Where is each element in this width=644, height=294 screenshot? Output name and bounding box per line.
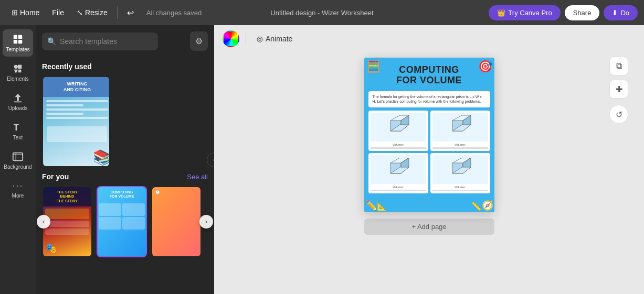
worksheet-design[interactable]: 🧮 🎯 COMPUTING FOR VOLUME The formula for… [364,58,494,212]
svg-rect-5 [18,65,22,69]
ws-cell-1: Volume: [368,111,428,151]
sidebar-elements-label: Elements [7,76,29,82]
share-label: Share [573,9,592,17]
for-you-carousel: ‹ THE STORY BEHIND THE STORY 🎭 [42,186,208,257]
ws-book-deco: 📐 [377,201,387,211]
svg-text:T: T [14,123,19,132]
animate-icon: ◎ [257,35,263,43]
ws-cell-1-label: Volume: [371,143,426,146]
svg-line-26 [390,158,400,163]
animate-button[interactable]: ◎ Animate [252,32,297,46]
svg-line-20 [452,115,462,121]
text-icon: T [12,122,24,133]
sidebar-background-label: Background [4,164,31,170]
computing-thumb-grid [98,202,146,231]
nav-right-actions: 👑 Try Canva Pro Share ⬇ Do [489,5,638,20]
undo-button[interactable]: ↩ [122,5,139,21]
templates-icon [12,34,24,45]
resize-button[interactable]: ⤡ Resize [71,5,113,20]
cube-diagram-1 [385,115,411,139]
doc-title: Untitled design - Wizer Worksheet [270,9,373,17]
ws-footer: ✏️ 📐 📏 🧭 [364,198,494,212]
icon-sidebar: Templates Elements Uploads T Text Backgr… [0,25,36,294]
download-icon: ⬇ [612,9,618,17]
carousel-prev-button[interactable]: ‹ [37,215,50,228]
add-page-button[interactable]: + Add page [364,219,494,235]
ws-problem-grid: Volume: [364,107,494,198]
computing-thumb-title: COMPUTING FOR VOLUME [108,187,136,202]
cube-diagram-3 [385,158,411,181]
recently-used-title: Recently used [42,62,208,71]
sidebar-item-uploads[interactable]: Uploads [3,88,33,115]
download-button[interactable]: ⬇ Do [604,5,638,20]
try-pro-button[interactable]: 👑 Try Canva Pro [489,5,560,20]
carousel-next-button[interactable]: › [199,215,213,228]
autosave-status: All changes saved [141,6,207,20]
elements-icon [12,63,24,74]
cube-diagram-2 [447,115,473,139]
for-you-title: For you [42,172,69,181]
recently-used-thumb[interactable]: WRITING AND CITING 📚 [42,76,110,167]
duplicate-button[interactable]: ⧉ [609,57,628,75]
see-all-button[interactable]: See all [187,173,208,181]
for-you-header: For you See all [42,172,208,181]
filter-button[interactable]: ⚙ [190,31,208,51]
crown-icon: 👑 [497,9,505,17]
story-deco: 🎭 [45,243,57,254]
ws-cell-4-label: Volume: [432,186,488,189]
resize-label: Resize [85,8,108,17]
resize-icon: ⤡ [77,8,83,17]
writing-title-bar: WRITING AND CITING [43,77,110,97]
animate-label: Animate [266,35,292,43]
svg-rect-8 [14,101,22,102]
svg-point-4 [14,65,18,69]
computing-template-thumb[interactable]: COMPUTING FOR VOLUME [97,186,147,257]
add-page-icon-button[interactable]: ✚ [609,80,628,99]
sidebar-item-templates[interactable]: Templates [3,29,33,57]
share-button[interactable]: Share [565,5,600,20]
sidebar-templates-label: Templates [6,47,30,52]
svg-rect-7 [18,70,21,73]
canvas-toolbar: ◎ Animate [214,25,644,52]
add-page-icon: ✚ [616,84,622,94]
sidebar-text-label: Text [13,135,23,140]
svg-marker-6 [14,70,18,73]
home-button[interactable]: ⊞ Home [6,5,45,20]
feedback-button[interactable]: ↺ [609,105,628,124]
writing-template-thumb: WRITING AND CITING 📚 [43,77,110,166]
computing-thumb-bg: COMPUTING FOR VOLUME [98,187,146,256]
file-button[interactable]: File [47,5,69,20]
sidebar-more-label: More [12,193,24,199]
ws-header: 🧮 🎯 COMPUTING FOR VOLUME [364,58,494,91]
story-thumb-title: THE STORY BEHIND THE STORY [43,187,91,206]
ws-cell-3-label: Volume: [371,186,426,189]
svg-line-14 [390,115,400,121]
panel-content: Recently used WRITING AND CITING [36,55,214,294]
svg-rect-2 [14,40,17,43]
feedback-icon: ↺ [616,110,622,119]
sidebar-uploads-label: Uploads [8,105,28,111]
svg-line-32 [452,158,462,163]
ws-ruler-deco: 📏 [471,201,482,211]
sidebar-item-more[interactable]: ··· More [3,176,33,203]
partial-template-thumb[interactable]: 🕐 [151,186,202,257]
try-pro-label: Try Canva Pro [508,9,552,17]
search-input[interactable] [42,32,158,50]
download-label: Do [620,9,629,17]
color-picker-button[interactable] [223,30,239,47]
duplicate-icon: ⧉ [616,61,622,71]
sidebar-item-text[interactable]: T Text [3,117,33,145]
main-layout: Templates Elements Uploads T Text Backgr… [0,25,644,294]
ws-cell-2: Volume: [430,111,490,151]
ws-pencil-deco: ✏️ [365,200,377,211]
canvas-actions: ⧉ ✚ ↺ [609,57,628,124]
sidebar-item-elements[interactable]: Elements [3,59,33,86]
filter-icon: ⚙ [195,37,203,46]
books-decoration: 📚 [93,149,110,166]
search-bar-area: 🔍 ⚙ [36,25,214,55]
ws-deco-left: 🧮 [366,60,381,73]
svg-rect-10 [13,153,23,161]
ws-compass-deco: 🧭 [482,200,493,211]
toolbar-divider [246,32,246,45]
sidebar-item-background[interactable]: Background [3,147,33,174]
